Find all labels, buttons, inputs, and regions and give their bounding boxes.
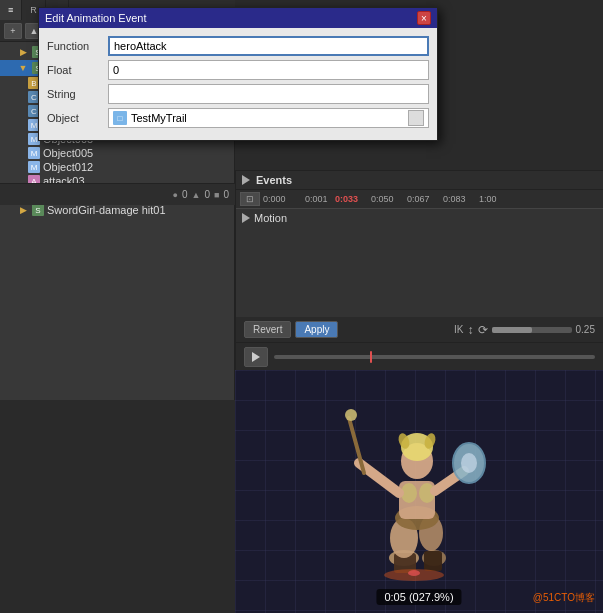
tab-item-1[interactable]: ≡	[0, 0, 22, 20]
svg-point-22	[408, 570, 420, 576]
ruler-mark-1: 0:001	[305, 194, 335, 204]
ruler-mark-5: 0:083	[443, 194, 479, 204]
dialog-body: Function Float String Object □ ◉	[39, 28, 437, 140]
time-display: 0:05 (027.9%)	[376, 589, 461, 605]
ruler-marks: 0:000 0:001 0:033 0:050 0:067 0:083 1:00	[263, 194, 515, 204]
dialog-close-button[interactable]: ×	[417, 11, 431, 25]
float-label: Float	[47, 64, 102, 76]
timeline-ruler: ⊡ 0:000 0:001 0:033 0:050 0:067 0:083 1:…	[236, 190, 603, 209]
timeline-area: Events ⊡ 0:000 0:001 0:033 0:050 0:067 0…	[235, 170, 603, 370]
ruler-mark-4: 0:067	[407, 194, 443, 204]
object-search-button[interactable]: ◉	[408, 110, 424, 126]
time-display-text: 0:05 (027.9%)	[384, 591, 453, 603]
function-input[interactable]	[108, 36, 429, 56]
svg-point-16	[461, 453, 477, 473]
motion-label: Motion	[254, 212, 287, 224]
motion-collapse-btn[interactable]	[242, 213, 250, 223]
playback-cursor	[370, 351, 372, 363]
ruler-mark-3: 0:050	[371, 194, 407, 204]
ik-icon-2: ⟳	[478, 323, 488, 337]
timeline-spacer	[236, 227, 603, 247]
toolbar-btn-1[interactable]: +	[4, 23, 22, 39]
svg-rect-4	[424, 551, 442, 571]
tree-item-object012-2[interactable]: M Object012	[0, 160, 234, 174]
counter-3: 0	[223, 189, 229, 200]
tree-item-object005[interactable]: M Object005	[0, 146, 234, 160]
object-value-input[interactable]	[131, 112, 404, 124]
timeline-header: Events	[236, 171, 603, 190]
svg-point-13	[345, 409, 357, 421]
tree-label-object012-2: Object012	[43, 161, 93, 173]
play-triangle-icon	[252, 352, 260, 362]
ik-slider[interactable]	[492, 327, 572, 333]
apply-button[interactable]: Apply	[295, 321, 338, 338]
ik-icon-1: ↕	[468, 323, 474, 337]
tree-label-swordgirl-damage: SwordGirl-damage hit01	[47, 204, 166, 216]
time-value: 0.25	[576, 324, 595, 335]
timeline-bottom-controls: Revert Apply IK ↕ ⟳ 0.25	[236, 316, 603, 342]
counter-1: 0	[182, 189, 188, 200]
left-panel-bottom-bar: ● 0 ▲ 0 ■ 0	[0, 183, 235, 205]
viewport-3d: 0:05 (027.9%)	[235, 370, 603, 613]
float-row: Float	[47, 60, 429, 80]
edit-animation-dialog: Edit Animation Event × Function Float St…	[38, 7, 438, 141]
folder-icon: ▶	[16, 45, 30, 59]
ruler-mark-0: 0:000	[263, 194, 305, 204]
character-area	[319, 403, 519, 583]
counter-icon-2: ▲	[192, 190, 201, 200]
ik-slider-fill	[492, 327, 532, 333]
mesh-icon-obj005: M	[28, 147, 40, 159]
events-collapse-btn[interactable]	[242, 175, 250, 185]
ruler-mark-2: 0:033	[335, 194, 371, 204]
dialog-titlebar: Edit Animation Event ×	[39, 8, 437, 28]
ruler-btn[interactable]: ⊡	[240, 192, 260, 206]
counter-icon-1: ●	[173, 190, 178, 200]
ik-label: IK	[454, 324, 463, 335]
play-button[interactable]	[244, 347, 268, 367]
folder-icon-open: ▼	[16, 61, 30, 75]
watermark-text: @51CTO博客	[533, 592, 595, 603]
revert-button[interactable]: Revert	[244, 321, 291, 338]
playback-scrubber[interactable]	[274, 355, 595, 359]
object-type-icon: □	[113, 111, 127, 125]
object-row: Object □ ◉	[47, 108, 429, 128]
function-row: Function	[47, 36, 429, 56]
object-label: Object	[47, 112, 102, 124]
string-label: String	[47, 88, 102, 100]
revert-apply-group: Revert Apply	[244, 321, 338, 338]
events-label: Events	[256, 174, 292, 186]
tree-label-object005: Object005	[43, 147, 93, 159]
mesh-icon-damage: S	[32, 204, 44, 216]
string-input[interactable]	[108, 84, 429, 104]
string-row: String	[47, 84, 429, 104]
ruler-mark-6: 1:00	[479, 194, 515, 204]
watermark: @51CTO博客	[533, 591, 595, 605]
function-label: Function	[47, 40, 102, 52]
mesh-icon-obj012-2: M	[28, 161, 40, 173]
motion-row: Motion	[236, 209, 603, 227]
folder-icon-damage: ▶	[16, 203, 30, 217]
playback-controls	[236, 342, 603, 370]
object-input-container: □ ◉	[108, 108, 429, 128]
counter-icon-3: ■	[214, 190, 219, 200]
ik-controls: IK ↕ ⟳ 0.25	[454, 323, 595, 337]
character-svg	[319, 403, 519, 583]
dialog-title: Edit Animation Event	[45, 12, 147, 24]
float-input[interactable]	[108, 60, 429, 80]
counter-2: 0	[204, 189, 210, 200]
